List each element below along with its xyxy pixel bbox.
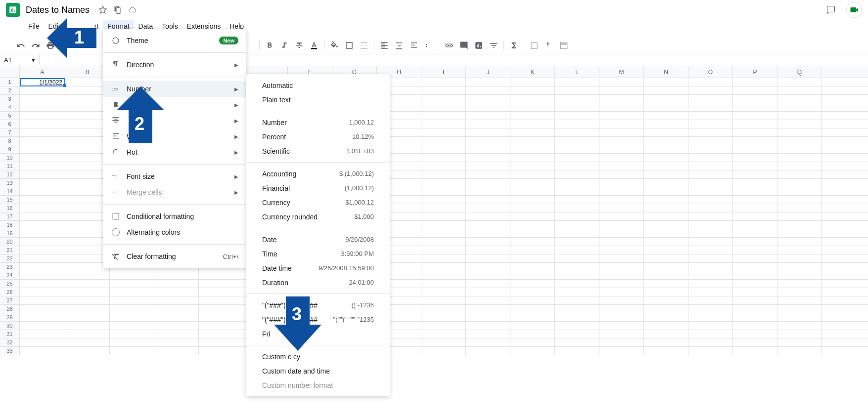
row-header[interactable]: 25 xyxy=(0,280,19,288)
tool-extra1[interactable] xyxy=(527,39,541,52)
format-financial[interactable]: Financial(1,000.12) xyxy=(246,181,390,195)
cell-a1-value: 1/1/2022 xyxy=(39,79,62,86)
valign-button[interactable] xyxy=(392,39,406,52)
format-currency-rounded[interactable]: Currency rounded$1,000 xyxy=(246,210,390,224)
row-header[interactable]: 17 xyxy=(0,212,19,221)
col-header-q[interactable]: Q xyxy=(777,66,822,78)
menu-theme[interactable]: Theme New xyxy=(103,33,246,48)
menu-direction[interactable]: Direction ▶ xyxy=(103,57,246,73)
select-all-corner[interactable] xyxy=(0,66,20,78)
menu-font-size[interactable]: тT Font size ▶ xyxy=(103,168,246,184)
row-header[interactable]: 31 xyxy=(0,330,19,338)
merge-button[interactable] xyxy=(357,39,371,52)
functions-button[interactable] xyxy=(507,39,521,52)
comment-button[interactable] xyxy=(457,39,471,52)
direction-icon xyxy=(111,60,121,70)
wrap-button[interactable] xyxy=(407,39,421,52)
row-header[interactable]: 12 xyxy=(0,170,19,179)
link-button[interactable] xyxy=(442,39,456,52)
row-header[interactable]: 3 xyxy=(0,95,19,103)
format-scientific[interactable]: Scientific1.01E+03 xyxy=(246,144,390,158)
move-icon[interactable] xyxy=(113,5,122,14)
undo-button[interactable] xyxy=(14,39,28,52)
row-header[interactable]: 16 xyxy=(0,204,19,212)
row-header[interactable]: 19 xyxy=(0,229,19,238)
row-header[interactable]: 8 xyxy=(0,137,19,145)
col-header-i[interactable]: I xyxy=(421,66,466,78)
sheets-logo-icon[interactable] xyxy=(6,3,20,17)
strikethrough-button[interactable] xyxy=(292,39,306,52)
format-datetime[interactable]: Date time9/26/2008 15:59:00 xyxy=(246,261,390,275)
comments-icon[interactable] xyxy=(826,5,835,14)
format-automatic[interactable]: Automatic xyxy=(246,78,390,92)
chevron-right-icon: ▶ xyxy=(234,174,238,179)
col-header-o[interactable]: O xyxy=(688,66,733,78)
row-header[interactable]: 26 xyxy=(0,288,19,296)
format-plain-text[interactable]: Plain text xyxy=(246,92,390,107)
fill-color-button[interactable] xyxy=(327,39,341,52)
chart-button[interactable] xyxy=(472,39,486,52)
col-header-n[interactable]: N xyxy=(644,66,688,78)
row-header[interactable]: 1 xyxy=(0,78,19,86)
chevron-right-icon: ▶ xyxy=(234,134,238,139)
row-header[interactable]: 2 xyxy=(0,86,19,95)
row-header[interactable]: 28 xyxy=(0,305,19,313)
format-currency[interactable]: Currency$1,000.12 xyxy=(246,195,390,210)
rotate-button[interactable] xyxy=(422,39,436,52)
format-date[interactable]: Date9/26/2008 xyxy=(246,232,390,247)
tool-extra2[interactable] xyxy=(542,39,556,52)
row-header[interactable]: 14 xyxy=(0,187,19,196)
menu-alternating-colors[interactable]: Alternating colors xyxy=(103,224,246,240)
row-header[interactable]: 7 xyxy=(0,128,19,137)
format-number[interactable]: Number1,000.12 xyxy=(246,115,390,129)
col-header-l[interactable]: L xyxy=(555,66,599,78)
row-header[interactable]: 27 xyxy=(0,296,19,305)
halign-button[interactable] xyxy=(377,39,391,52)
format-time[interactable]: Time3:59:00 PM xyxy=(246,247,390,261)
row-header[interactable]: 10 xyxy=(0,154,19,162)
col-header-m[interactable]: M xyxy=(599,66,644,78)
menu-conditional-format[interactable]: Conditional formatting xyxy=(103,209,246,224)
text-color-button[interactable] xyxy=(307,39,321,52)
cond-format-icon xyxy=(111,211,121,221)
format-accounting[interactable]: Accounting$ (1,000.12) xyxy=(246,167,390,181)
row-header[interactable]: 13 xyxy=(0,179,19,187)
bold-button[interactable] xyxy=(263,39,276,52)
row-header[interactable]: 18 xyxy=(0,221,19,229)
fill-handle[interactable] xyxy=(63,84,66,87)
row-header[interactable]: 24 xyxy=(0,271,19,280)
menu-clear-format[interactable]: Clear formatting Ctrl+\ xyxy=(103,249,246,264)
row-header[interactable]: 32 xyxy=(0,338,19,347)
row-header[interactable]: 20 xyxy=(0,238,19,246)
format-percent[interactable]: Percent10.12% xyxy=(246,129,390,144)
col-header-j[interactable]: J xyxy=(466,66,510,78)
row-header[interactable]: 9 xyxy=(0,145,19,154)
col-header-a[interactable]: A xyxy=(20,66,65,78)
row-header[interactable]: 21 xyxy=(0,246,19,254)
row-header[interactable]: 33 xyxy=(0,347,19,355)
tool-extra3[interactable] xyxy=(557,39,571,52)
format-custom-number[interactable]: Custom number format xyxy=(246,378,390,392)
row-header[interactable]: 6 xyxy=(0,120,19,128)
borders-button[interactable] xyxy=(342,39,356,52)
format-custom-datetime[interactable]: Custom date and time xyxy=(246,364,390,378)
row-header[interactable]: 22 xyxy=(0,254,19,263)
cell-a1[interactable]: 1/1/2022 xyxy=(20,78,65,86)
name-box[interactable]: A1 ▾ xyxy=(0,55,40,65)
cloud-status-icon[interactable] xyxy=(128,5,137,14)
row-header[interactable]: 4 xyxy=(0,103,19,112)
italic-button[interactable] xyxy=(277,39,291,52)
row-header[interactable]: 11 xyxy=(0,162,19,170)
row-header[interactable]: 5 xyxy=(0,112,19,120)
format-duration[interactable]: Duration24:01:00 xyxy=(246,275,390,290)
redo-button[interactable] xyxy=(29,39,43,52)
col-header-p[interactable]: P xyxy=(733,66,777,78)
row-header[interactable]: 23 xyxy=(0,263,19,271)
row-header[interactable]: 30 xyxy=(0,322,19,330)
filter-button[interactable] xyxy=(487,39,501,52)
meet-icon[interactable] xyxy=(846,2,862,18)
row-header[interactable]: 29 xyxy=(0,313,19,322)
menu-file[interactable]: File xyxy=(24,20,44,32)
row-header[interactable]: 15 xyxy=(0,196,19,204)
col-header-k[interactable]: K xyxy=(510,66,555,78)
